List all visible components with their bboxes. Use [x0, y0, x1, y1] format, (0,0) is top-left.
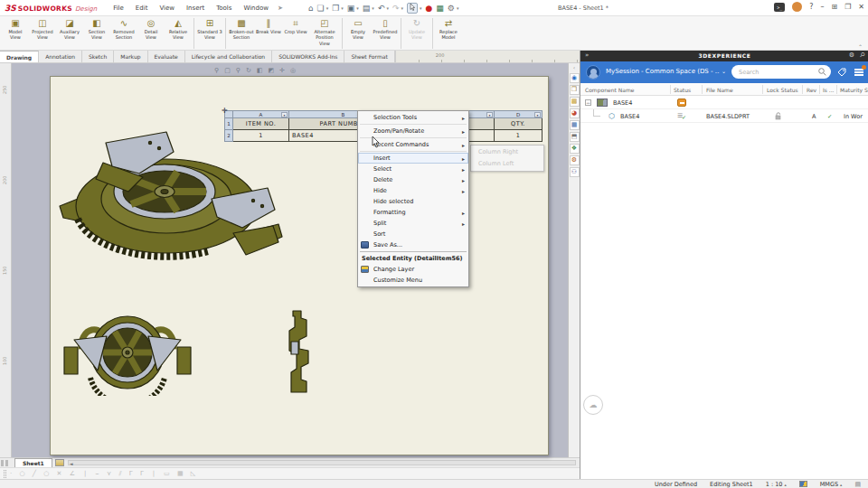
menu-item-select[interactable]: Select	[358, 164, 468, 174]
minimize-icon[interactable]: –	[820, 3, 824, 11]
col-file-name[interactable]: File Name	[706, 87, 733, 93]
hide-show-items-icon[interactable]: ◩	[268, 67, 274, 74]
sheet-properties-icon[interactable]	[799, 481, 807, 487]
save-icon[interactable]: ▣	[347, 4, 355, 13]
user-tab-icon[interactable]: ⚇	[570, 167, 580, 177]
col-maturity-state[interactable]: Maturity Sta	[840, 87, 868, 93]
open-dropdown-icon[interactable]: ▾	[341, 5, 344, 11]
session-chevron-down-icon[interactable]: ⌄	[722, 68, 726, 74]
auxiliary-view-button[interactable]: ◪Auxiliary View	[57, 17, 82, 41]
tag-icon[interactable]	[837, 68, 846, 77]
menu-item-formatting[interactable]: Formatting	[358, 207, 468, 218]
forum-tab-icon[interactable]: ❖	[570, 144, 580, 154]
assembly-name[interactable]: BASE4	[613, 99, 632, 107]
tab-evaluate[interactable]: Evaluate	[148, 51, 185, 62]
sheet-nav-last-icon[interactable]	[5, 460, 8, 466]
section-view-button[interactable]: ◧Section View	[84, 17, 109, 41]
component-row-assembly[interactable]: − BASE4	[580, 96, 868, 109]
view-orientation-icon[interactable]: ◎	[290, 67, 296, 74]
units-selector[interactable]: MMGS▴	[820, 481, 843, 488]
redo-icon[interactable]: ↷	[392, 4, 400, 13]
settings-dropdown-icon[interactable]: ▾	[457, 5, 459, 11]
tab-solidworks-add-ins[interactable]: SOLIDWORKS Add-Ins	[272, 51, 344, 62]
component-row-part[interactable]: ⬡ BASE4 ☰ ✓ BASE4.SLDPRT A ✓ In Wor	[580, 109, 868, 123]
3dexperience-tab-icon[interactable]: ◉	[570, 73, 580, 83]
menu-item-insert[interactable]: Insert	[358, 153, 468, 164]
select-cursor-icon[interactable]	[407, 3, 418, 14]
tags-icon[interactable]: ▤	[854, 481, 861, 488]
save-dropdown-icon[interactable]: ▾	[356, 5, 359, 11]
menu-item-zoom-pan-rotate[interactable]: Zoom/Pan/Rotate	[358, 126, 468, 136]
session-label[interactable]: MySession - Common Space (DS - ...	[606, 68, 720, 75]
col-rev[interactable]: Rev	[807, 87, 816, 93]
undo-dropdown-icon[interactable]: ▾	[386, 5, 389, 11]
sheet-scale[interactable]: 1 : 10▴	[766, 481, 787, 488]
home-icon[interactable]: ⌂	[308, 4, 314, 13]
menu-item-hide-selected[interactable]: Hide selected	[358, 196, 468, 207]
bom-cell-qty[interactable]: QTY.	[495, 118, 542, 130]
standard-3-view-button[interactable]: ⊞Standard 3 View	[197, 17, 222, 41]
redo-dropdown-icon[interactable]: ▾	[401, 5, 403, 11]
menu-item-delete[interactable]: Delete	[358, 174, 468, 185]
tab-lifecycle-and-collaboration[interactable]: Lifecycle and Collaboration	[185, 51, 272, 62]
menu-item-customize-menu[interactable]: Customize Menu	[358, 275, 468, 286]
zoom-fit-icon[interactable]: ⚲	[214, 67, 219, 74]
menu-insert[interactable]: Insert	[186, 5, 204, 12]
col-lock-status[interactable]: Lock Status	[767, 87, 798, 93]
task-pane-collapse-icon[interactable]: ‹	[569, 63, 580, 71]
front-view-drawing[interactable]	[60, 313, 197, 396]
print-icon[interactable]: ▤	[363, 4, 371, 13]
appearances-tab-icon[interactable]: ▦	[570, 120, 580, 130]
search-icon[interactable]	[818, 68, 826, 76]
table-move-handle-icon[interactable]: ✛	[222, 107, 228, 115]
crop-view-button[interactable]: ⌗Crop View	[283, 17, 308, 34]
tile-windows-icon[interactable]: ⊞	[831, 3, 837, 11]
design-library-tab-icon[interactable]: ❒	[570, 85, 580, 95]
view-settings-icon[interactable]: ✛	[279, 67, 285, 74]
col-is[interactable]: Is ...	[823, 87, 835, 93]
collapse-expander-icon[interactable]: −	[585, 99, 591, 106]
side-view-drawing[interactable]	[280, 309, 316, 394]
print-dropdown-icon[interactable]: ▾	[372, 5, 374, 11]
tab-annotation[interactable]: Annotation	[39, 51, 82, 62]
file-name[interactable]: BASE4.SLDPRT	[706, 113, 750, 120]
help-icon[interactable]: ?	[809, 3, 813, 11]
detail-view-button[interactable]: ◎Detail View	[138, 17, 164, 41]
bom-cell-item-no[interactable]: ITEM NO.	[233, 118, 289, 130]
menu-item-selection-tools[interactable]: Selection Tools	[358, 112, 468, 123]
removed-section-button[interactable]: ∿Removed Section	[111, 17, 137, 41]
part-name[interactable]: BASE4	[620, 113, 639, 120]
column-c-dropdown-icon[interactable]: ▾	[486, 112, 493, 117]
alternate-position-view-button[interactable]: ◰Alternate Position View	[310, 17, 339, 46]
view-palette-tab-icon[interactable]: ◕	[570, 108, 580, 118]
new-dropdown-icon[interactable]: ▾	[326, 5, 329, 11]
menu-item-split[interactable]: Split	[358, 218, 468, 229]
open-icon[interactable]: ❐	[332, 4, 339, 13]
traffic-light-icon[interactable]: ●	[425, 4, 432, 13]
projected-view-button[interactable]: ◫Projected View	[30, 17, 55, 41]
update-view-button[interactable]: ↻Update View	[404, 17, 429, 41]
empty-view-button[interactable]: ▭Empty View	[345, 17, 371, 41]
menu-window[interactable]: Window	[243, 5, 269, 12]
broken-out-section-button[interactable]: ▩Broken-out Section	[229, 17, 254, 41]
select-dropdown-icon[interactable]: ▾	[420, 5, 422, 11]
tab-sketch[interactable]: Sketch	[82, 51, 114, 62]
bom-column-d[interactable]: D▾	[495, 110, 542, 118]
replace-model-button[interactable]: ⇄Replace Model	[436, 17, 461, 41]
custom-properties-tab-icon[interactable]: ⬒	[570, 132, 580, 142]
bom-cell-item-1[interactable]: 1	[233, 130, 289, 142]
tab-markup[interactable]: Markup	[114, 51, 147, 62]
user-avatar[interactable]	[792, 2, 802, 12]
predefined-view-button[interactable]: ▯Predefined View	[373, 17, 398, 41]
scroll-left-icon[interactable]: ◄	[70, 461, 73, 466]
menu-tools[interactable]: Tools	[216, 5, 231, 12]
bom-cell-qty-1[interactable]: 1	[495, 130, 542, 142]
settings-gear-icon[interactable]: ⚙	[448, 4, 455, 13]
submenu-item-column-right[interactable]: Column Right	[471, 146, 543, 158]
file-explorer-tab-icon[interactable]: ▩	[570, 97, 580, 107]
col-component-name[interactable]: Component Name	[585, 87, 634, 93]
terminal-icon[interactable]: >_	[774, 3, 785, 12]
table-icon[interactable]: ▦	[436, 4, 444, 13]
break-view-button[interactable]: ∥Break View	[256, 17, 281, 34]
model-view-button[interactable]: ▣Model View	[3, 17, 28, 41]
